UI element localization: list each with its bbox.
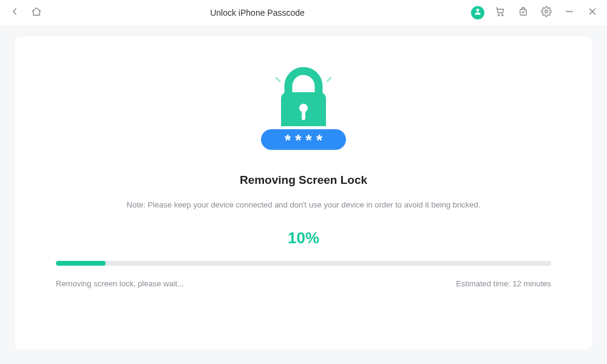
settings-button[interactable] — [539, 5, 554, 20]
progress-fill — [56, 261, 106, 266]
titlebar-right — [471, 5, 600, 20]
svg-point-0 — [476, 8, 480, 12]
bag-icon — [518, 6, 529, 19]
status-right: Estimated time: 12 minutes — [456, 279, 551, 288]
account-icon — [473, 7, 482, 18]
svg-rect-12 — [302, 110, 305, 120]
note-text: Note: Please keep your device connected … — [127, 200, 481, 209]
close-button[interactable] — [585, 5, 600, 20]
svg-point-1 — [498, 15, 500, 16]
bag-button[interactable] — [516, 5, 531, 20]
svg-point-2 — [502, 15, 503, 16]
titlebar: Unlock iPhone Passcode — [0, 0, 607, 25]
back-button[interactable] — [7, 5, 22, 20]
window-title: Unlock iPhone Passcode — [44, 8, 471, 18]
gear-icon — [541, 6, 552, 19]
minimize-button[interactable] — [562, 5, 577, 20]
home-icon — [31, 6, 42, 19]
main-heading: Removing Screen Lock — [240, 174, 367, 187]
cart-button[interactable] — [493, 5, 507, 20]
progress-bar — [56, 261, 551, 266]
account-button[interactable] — [471, 6, 484, 19]
svg-line-9 — [327, 78, 331, 81]
content-area: * * * * Removing Screen Lock Note: Pleas… — [0, 25, 607, 364]
lock-illustration: * * * * — [252, 61, 355, 158]
svg-line-8 — [276, 78, 280, 81]
lock-icon: * * * * — [252, 149, 355, 160]
titlebar-left — [7, 5, 44, 20]
back-icon — [9, 6, 20, 19]
progress-percent-label: 10% — [288, 229, 319, 248]
main-card: * * * * Removing Screen Lock Note: Pleas… — [15, 36, 592, 349]
cart-icon — [495, 6, 506, 19]
status-left: Removing screen lock, please wait... — [56, 279, 184, 288]
status-row: Removing screen lock, please wait... Est… — [56, 279, 551, 288]
svg-point-4 — [545, 10, 548, 13]
home-button[interactable] — [29, 5, 44, 20]
password-mask-text: * * * * — [285, 131, 323, 149]
minimize-icon — [564, 6, 575, 19]
close-icon — [587, 6, 598, 19]
